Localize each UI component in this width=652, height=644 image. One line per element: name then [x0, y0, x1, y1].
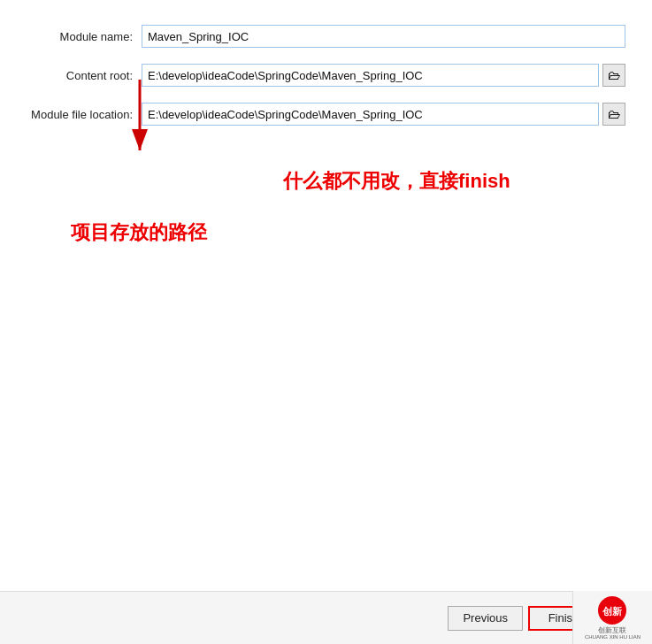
watermark-logo-svg: 创新 [596, 594, 628, 626]
annotation-path-note: 项目存放的路径 [71, 219, 207, 246]
module-file-location-label: Module file location: [18, 108, 142, 121]
content-root-input[interactable] [142, 64, 599, 87]
module-name-label: Module name: [18, 30, 142, 43]
svg-text:创新: 创新 [602, 606, 622, 617]
bottom-bar: Previous Finish 创新 创新互联 CHUANG XIN HU LI… [0, 591, 652, 644]
module-name-input[interactable] [142, 25, 625, 48]
folder-icon: 🗁 [608, 68, 620, 82]
dialog: Module name: Content root: 🗁 Module file… [0, 0, 652, 644]
content-root-label: Content root: [18, 69, 142, 82]
module-file-location-input[interactable] [142, 103, 599, 126]
content-root-row: Content root: 🗁 [18, 64, 625, 87]
watermark-inner: 创新 创新互联 CHUANG XIN HU LIAN [585, 594, 640, 641]
module-name-input-wrap [142, 25, 625, 48]
watermark: 创新 创新互联 CHUANG XIN HU LIAN [572, 591, 652, 644]
content-root-input-wrap: 🗁 [142, 64, 625, 87]
module-file-location-input-wrap: 🗁 [142, 103, 625, 126]
module-file-location-row: Module file location: 🗁 [18, 103, 625, 126]
folder-icon-2: 🗁 [608, 107, 620, 121]
module-file-location-folder-button[interactable]: 🗁 [602, 103, 625, 126]
content-root-folder-button[interactable]: 🗁 [602, 64, 625, 87]
form-area: Module name: Content root: 🗁 Module file… [0, 0, 652, 591]
module-name-row: Module name: [18, 25, 625, 48]
previous-button[interactable]: Previous [448, 606, 523, 631]
watermark-text-line2: CHUANG XIN HU LIAN [585, 634, 640, 640]
annotation-finish-note: 什么都不用改，直接finish [283, 168, 510, 195]
watermark-text-line1: 创新互联 [598, 626, 626, 635]
